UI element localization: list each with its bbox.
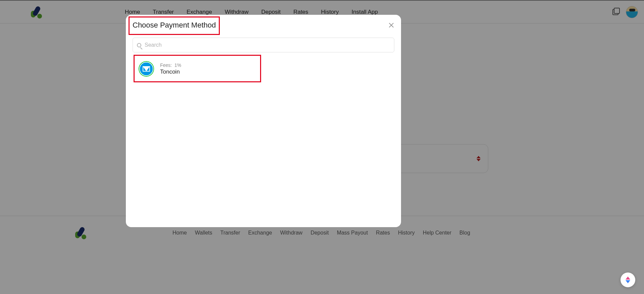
fab-down-icon	[626, 280, 630, 283]
toncoin-icon	[139, 61, 154, 77]
payment-method-list: Fees: 1% Toncoin	[133, 52, 394, 81]
fees-label: Fees:	[160, 62, 172, 68]
payment-item-text: Fees: 1% Toncoin	[160, 62, 181, 75]
help-fab[interactable]	[621, 272, 635, 287]
payment-method-modal: Choose Payment Method Fees: 1% Toncoin	[126, 15, 401, 227]
search-icon	[137, 43, 141, 47]
search-box[interactable]	[133, 38, 394, 52]
search-input[interactable]	[145, 42, 390, 48]
fab-up-icon	[626, 277, 630, 280]
modal-header: Choose Payment Method	[133, 21, 394, 34]
close-icon[interactable]	[388, 22, 394, 28]
payment-name: Toncoin	[160, 69, 181, 75]
payment-item-toncoin[interactable]: Fees: 1% Toncoin	[133, 57, 394, 81]
fees-value: 1%	[175, 62, 181, 68]
modal-title: Choose Payment Method	[133, 21, 216, 30]
